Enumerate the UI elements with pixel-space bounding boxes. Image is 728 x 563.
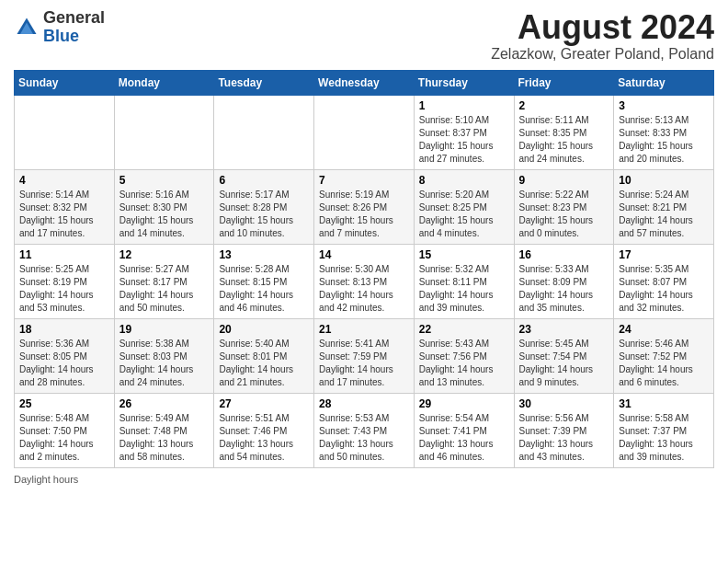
day-info: Sunrise: 5:14 AM Sunset: 8:32 PM Dayligh… — [19, 189, 109, 240]
calendar-cell: 3Sunrise: 5:13 AM Sunset: 8:33 PM Daylig… — [614, 95, 714, 169]
day-info: Sunrise: 5:32 AM Sunset: 8:11 PM Dayligh… — [419, 263, 509, 315]
weekday-friday: Friday — [514, 70, 614, 95]
day-number: 3 — [619, 99, 709, 112]
day-number: 30 — [519, 397, 609, 410]
day-info: Sunrise: 5:19 AM Sunset: 8:26 PM Dayligh… — [319, 189, 409, 240]
calendar-cell: 26Sunrise: 5:49 AM Sunset: 7:48 PM Dayli… — [114, 393, 214, 467]
day-info: Sunrise: 5:30 AM Sunset: 8:13 PM Dayligh… — [319, 263, 409, 315]
weekday-sunday: Sunday — [15, 70, 115, 95]
calendar-cell: 17Sunrise: 5:35 AM Sunset: 8:07 PM Dayli… — [614, 244, 714, 318]
logo-icon — [14, 15, 40, 40]
week-row-4: 18Sunrise: 5:36 AM Sunset: 8:05 PM Dayli… — [15, 318, 714, 393]
day-info: Sunrise: 5:20 AM Sunset: 8:25 PM Dayligh… — [419, 189, 509, 240]
day-number: 16 — [519, 248, 609, 261]
day-number: 13 — [219, 248, 309, 261]
day-info: Sunrise: 5:40 AM Sunset: 8:01 PM Dayligh… — [219, 338, 309, 389]
calendar-cell: 28Sunrise: 5:53 AM Sunset: 7:43 PM Dayli… — [314, 393, 415, 467]
calendar-cell: 2Sunrise: 5:11 AM Sunset: 8:35 PM Daylig… — [514, 95, 614, 169]
day-info: Sunrise: 5:43 AM Sunset: 7:56 PM Dayligh… — [419, 338, 509, 389]
weekday-monday: Monday — [114, 70, 214, 95]
day-number: 6 — [219, 174, 309, 187]
calendar-cell — [314, 95, 415, 169]
day-number: 10 — [619, 174, 709, 187]
page-header: General Blue August 2024 Zelazkow, Great… — [14, 9, 714, 63]
day-info: Sunrise: 5:56 AM Sunset: 7:39 PM Dayligh… — [519, 412, 609, 464]
day-number: 29 — [419, 397, 509, 410]
day-info: Sunrise: 5:46 AM Sunset: 7:52 PM Dayligh… — [619, 338, 709, 389]
day-info: Sunrise: 5:28 AM Sunset: 8:15 PM Dayligh… — [219, 263, 309, 315]
calendar-cell: 21Sunrise: 5:41 AM Sunset: 7:59 PM Dayli… — [314, 318, 415, 393]
day-number: 27 — [219, 397, 309, 410]
location: Zelazkow, Greater Poland, Poland — [491, 46, 714, 63]
calendar-cell: 9Sunrise: 5:22 AM Sunset: 8:23 PM Daylig… — [514, 169, 614, 244]
calendar-cell — [214, 95, 314, 169]
calendar-cell: 8Sunrise: 5:20 AM Sunset: 8:25 PM Daylig… — [414, 169, 514, 244]
day-info: Sunrise: 5:58 AM Sunset: 7:37 PM Dayligh… — [619, 412, 709, 464]
day-number: 4 — [19, 174, 109, 187]
day-number: 5 — [119, 174, 210, 187]
day-number: 2 — [519, 99, 609, 112]
calendar-cell: 15Sunrise: 5:32 AM Sunset: 8:11 PM Dayli… — [414, 244, 514, 318]
calendar-cell: 7Sunrise: 5:19 AM Sunset: 8:26 PM Daylig… — [314, 169, 415, 244]
week-row-2: 4Sunrise: 5:14 AM Sunset: 8:32 PM Daylig… — [15, 169, 714, 244]
calendar-table: SundayMondayTuesdayWednesdayThursdayFrid… — [14, 70, 714, 468]
week-row-5: 25Sunrise: 5:48 AM Sunset: 7:50 PM Dayli… — [15, 393, 714, 467]
weekday-header-row: SundayMondayTuesdayWednesdayThursdayFrid… — [15, 70, 714, 95]
day-info: Sunrise: 5:48 AM Sunset: 7:50 PM Dayligh… — [19, 412, 109, 464]
day-number: 24 — [619, 323, 709, 336]
calendar-cell — [114, 95, 214, 169]
calendar-cell: 4Sunrise: 5:14 AM Sunset: 8:32 PM Daylig… — [15, 169, 115, 244]
calendar-cell: 1Sunrise: 5:10 AM Sunset: 8:37 PM Daylig… — [414, 95, 514, 169]
day-number: 19 — [119, 323, 210, 336]
calendar-cell: 31Sunrise: 5:58 AM Sunset: 7:37 PM Dayli… — [614, 393, 714, 467]
day-number: 28 — [319, 397, 409, 410]
calendar-cell: 5Sunrise: 5:16 AM Sunset: 8:30 PM Daylig… — [114, 169, 214, 244]
calendar-cell: 13Sunrise: 5:28 AM Sunset: 8:15 PM Dayli… — [214, 244, 314, 318]
day-info: Sunrise: 5:36 AM Sunset: 8:05 PM Dayligh… — [19, 338, 109, 389]
footer-note: Daylight hours — [14, 474, 714, 485]
calendar-cell: 24Sunrise: 5:46 AM Sunset: 7:52 PM Dayli… — [614, 318, 714, 393]
week-row-1: 1Sunrise: 5:10 AM Sunset: 8:37 PM Daylig… — [15, 95, 714, 169]
day-info: Sunrise: 5:24 AM Sunset: 8:21 PM Dayligh… — [619, 189, 709, 240]
day-number: 21 — [319, 323, 409, 336]
weekday-wednesday: Wednesday — [314, 70, 415, 95]
day-info: Sunrise: 5:35 AM Sunset: 8:07 PM Dayligh… — [619, 263, 709, 315]
day-number: 18 — [19, 323, 109, 336]
calendar-cell: 29Sunrise: 5:54 AM Sunset: 7:41 PM Dayli… — [414, 393, 514, 467]
day-info: Sunrise: 5:54 AM Sunset: 7:41 PM Dayligh… — [419, 412, 509, 464]
calendar-cell: 10Sunrise: 5:24 AM Sunset: 8:21 PM Dayli… — [614, 169, 714, 244]
day-info: Sunrise: 5:53 AM Sunset: 7:43 PM Dayligh… — [319, 412, 409, 464]
day-info: Sunrise: 5:17 AM Sunset: 8:28 PM Dayligh… — [219, 189, 309, 240]
calendar-cell: 25Sunrise: 5:48 AM Sunset: 7:50 PM Dayli… — [15, 393, 115, 467]
day-info: Sunrise: 5:13 AM Sunset: 8:33 PM Dayligh… — [619, 114, 709, 166]
calendar-cell: 11Sunrise: 5:25 AM Sunset: 8:19 PM Dayli… — [15, 244, 115, 318]
calendar-cell: 6Sunrise: 5:17 AM Sunset: 8:28 PM Daylig… — [214, 169, 314, 244]
day-number: 9 — [519, 174, 609, 187]
calendar-cell: 30Sunrise: 5:56 AM Sunset: 7:39 PM Dayli… — [514, 393, 614, 467]
calendar-cell: 23Sunrise: 5:45 AM Sunset: 7:54 PM Dayli… — [514, 318, 614, 393]
day-number: 14 — [319, 248, 409, 261]
daylight-label: Daylight hours — [14, 474, 78, 485]
month-title: August 2024 — [491, 9, 714, 46]
day-number: 23 — [519, 323, 609, 336]
calendar-cell: 27Sunrise: 5:51 AM Sunset: 7:46 PM Dayli… — [214, 393, 314, 467]
day-info: Sunrise: 5:27 AM Sunset: 8:17 PM Dayligh… — [119, 263, 210, 315]
day-info: Sunrise: 5:22 AM Sunset: 8:23 PM Dayligh… — [519, 189, 609, 240]
calendar-cell: 19Sunrise: 5:38 AM Sunset: 8:03 PM Dayli… — [114, 318, 214, 393]
day-number: 31 — [619, 397, 709, 410]
day-number: 17 — [619, 248, 709, 261]
day-info: Sunrise: 5:41 AM Sunset: 7:59 PM Dayligh… — [319, 338, 409, 389]
calendar-cell: 22Sunrise: 5:43 AM Sunset: 7:56 PM Dayli… — [414, 318, 514, 393]
day-info: Sunrise: 5:25 AM Sunset: 8:19 PM Dayligh… — [19, 263, 109, 315]
day-number: 20 — [219, 323, 309, 336]
logo-blue: Blue — [43, 28, 105, 46]
weekday-thursday: Thursday — [414, 70, 514, 95]
day-number: 15 — [419, 248, 509, 261]
day-info: Sunrise: 5:49 AM Sunset: 7:48 PM Dayligh… — [119, 412, 210, 464]
day-number: 22 — [419, 323, 509, 336]
calendar-cell: 20Sunrise: 5:40 AM Sunset: 8:01 PM Dayli… — [214, 318, 314, 393]
weekday-tuesday: Tuesday — [214, 70, 314, 95]
title-area: August 2024 Zelazkow, Greater Poland, Po… — [491, 9, 714, 63]
day-info: Sunrise: 5:10 AM Sunset: 8:37 PM Dayligh… — [419, 114, 509, 166]
calendar-cell: 14Sunrise: 5:30 AM Sunset: 8:13 PM Dayli… — [314, 244, 415, 318]
